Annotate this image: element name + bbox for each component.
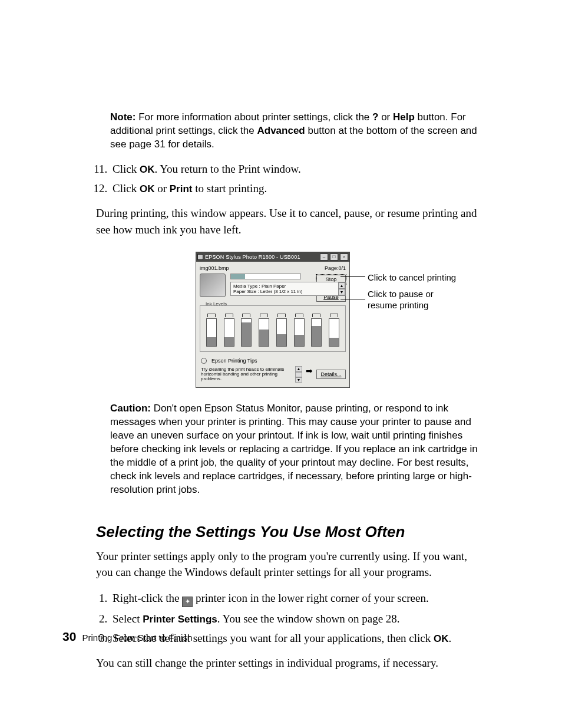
ink-cartridge <box>329 318 339 347</box>
ink-cartridge <box>294 318 305 347</box>
progress-bar <box>230 274 301 279</box>
step-12-or: or <box>154 182 169 195</box>
leader-line <box>340 299 365 299</box>
step-b1-a: Right-click the <box>113 592 182 604</box>
page-footer: 30 Printing From Start to Finish <box>62 630 192 644</box>
caution-block: Caution: Don't open Epson Status Monitor… <box>110 402 485 497</box>
step-11-b: . You return to the Print window. <box>154 163 300 175</box>
media-info: Media Type : Plain Paper Paper Size : Le… <box>230 282 346 296</box>
arrow-right-icon: ➡ <box>306 366 313 383</box>
caution-text: Don't open Epson Status Monitor, pause p… <box>110 403 478 495</box>
printer-settings-label: Printer Settings <box>143 614 217 625</box>
titlebar: EPSON Stylus Photo R1800 - USB001 – □ × <box>196 252 349 262</box>
note-label: Note: <box>110 111 135 123</box>
step-11-a: Click <box>113 163 140 175</box>
chapter-title: Printing From Start to Finish <box>82 633 193 643</box>
ok-label-3: OK <box>434 633 449 644</box>
para-during-printing: During printing, this window appears. Us… <box>96 205 485 238</box>
para-settings-intro: Your printer settings apply only to the … <box>96 548 485 581</box>
print-label: Print <box>170 183 193 195</box>
step-b3-b: . <box>449 632 452 644</box>
figure-status-monitor: EPSON Stylus Photo R1800 - USB001 – □ × … <box>96 252 485 388</box>
window-title: EPSON Stylus Photo R1800 - USB001 <box>205 254 318 260</box>
details-button[interactable]: Details... <box>316 370 346 379</box>
lightbulb-icon <box>201 358 207 364</box>
para-closing: You can still change the printer setting… <box>96 655 485 671</box>
tip-text-box: Try cleaning the print heads to eliminat… <box>200 366 302 383</box>
help-label: Help <box>393 111 415 123</box>
tips-label: Epson Printing Tips <box>211 358 257 364</box>
printer-icon <box>200 274 226 297</box>
note-or: or <box>378 111 393 123</box>
tip-text: Try cleaning the print heads to eliminat… <box>201 367 285 381</box>
callout-pause: Click to pause or resume printing <box>368 288 462 311</box>
scroll-up-icon[interactable]: ▲ <box>338 282 345 289</box>
tray-printer-icon: ✦ <box>182 597 193 607</box>
question-mark: ? <box>372 111 378 123</box>
ink-cartridge <box>276 318 287 347</box>
page-counter: Page:0/1 <box>325 265 346 271</box>
step-b1: Right-click the ✦ printer icon in the lo… <box>110 590 485 607</box>
leader-line <box>340 276 365 277</box>
filename: img001.bmp <box>200 265 229 271</box>
ok-label: OK <box>140 164 155 175</box>
close-button[interactable]: × <box>340 253 348 261</box>
advanced-label: Advanced <box>257 125 305 136</box>
minimize-button[interactable]: – <box>320 253 328 261</box>
scroll-down-icon[interactable]: ▼ <box>338 289 345 295</box>
status-window: EPSON Stylus Photo R1800 - USB001 – □ × … <box>196 252 350 388</box>
step-b1-b: printer icon in the lower right corner o… <box>193 592 428 604</box>
caution-label: Caution: <box>110 403 151 414</box>
ink-cartridge <box>259 318 269 347</box>
step-b2-a: Select <box>113 612 143 625</box>
scroll-down-icon[interactable]: ▼ <box>295 377 302 383</box>
app-icon <box>197 254 203 260</box>
step-b2: Select Printer Settings. You see the win… <box>110 611 485 627</box>
step-12-b: to start printing. <box>192 182 267 195</box>
ink-cartridge <box>311 318 322 347</box>
maximize-button[interactable]: □ <box>330 253 338 261</box>
ink-cartridge <box>241 318 252 347</box>
callouts: Click to cancel printing Click to pause … <box>368 252 462 311</box>
media-type: Media Type : Plain Paper <box>233 284 336 289</box>
ok-label-2: OK <box>140 183 155 195</box>
step-b2-b: . You see the window shown on page 28. <box>217 612 400 625</box>
step-12: Click OK or Print to start printing. <box>110 180 485 197</box>
section-heading: Selecting the Settings You Use Most Ofte… <box>96 523 485 541</box>
note-block: Note: For more information about printer… <box>110 111 485 151</box>
scroll-thumb[interactable] <box>295 372 302 377</box>
note-text-a: For more information about printer setti… <box>135 111 372 123</box>
ink-cartridge <box>206 318 217 347</box>
paper-size: Paper Size : Letter (8 1/2 x 11 in) <box>233 289 336 294</box>
callout-stop: Click to cancel printing <box>368 272 462 284</box>
page-number: 30 <box>62 630 76 643</box>
steps-list-a: Click OK. You return to the Print window… <box>96 161 485 197</box>
ink-levels-group <box>200 305 346 352</box>
step-11: Click OK. You return to the Print window… <box>110 161 485 177</box>
scroll-up-icon[interactable]: ▲ <box>295 366 302 371</box>
step-12-a: Click <box>113 182 140 195</box>
ink-cartridge <box>224 318 234 347</box>
